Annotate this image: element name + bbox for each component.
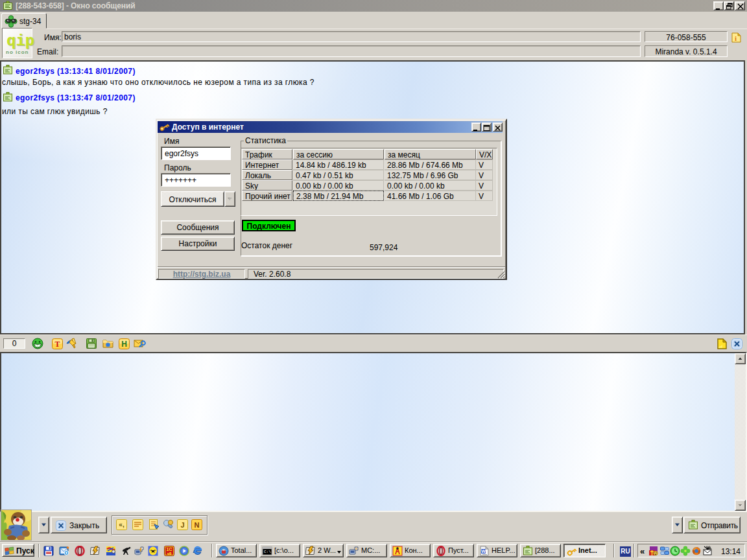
svg-text:i: i (735, 34, 737, 42)
svg-text:J: J (180, 521, 184, 529)
svg-text:v8: v8 (167, 552, 172, 555)
svg-text:C:\: C:\ (264, 550, 271, 554)
svg-text:1С: 1С (167, 547, 172, 552)
svg-text:N: N (195, 521, 200, 529)
svg-text:«,: «, (119, 521, 124, 528)
svg-text:H: H (121, 340, 127, 349)
svg-text:W: W (481, 549, 486, 554)
svg-text:T: T (54, 340, 60, 349)
